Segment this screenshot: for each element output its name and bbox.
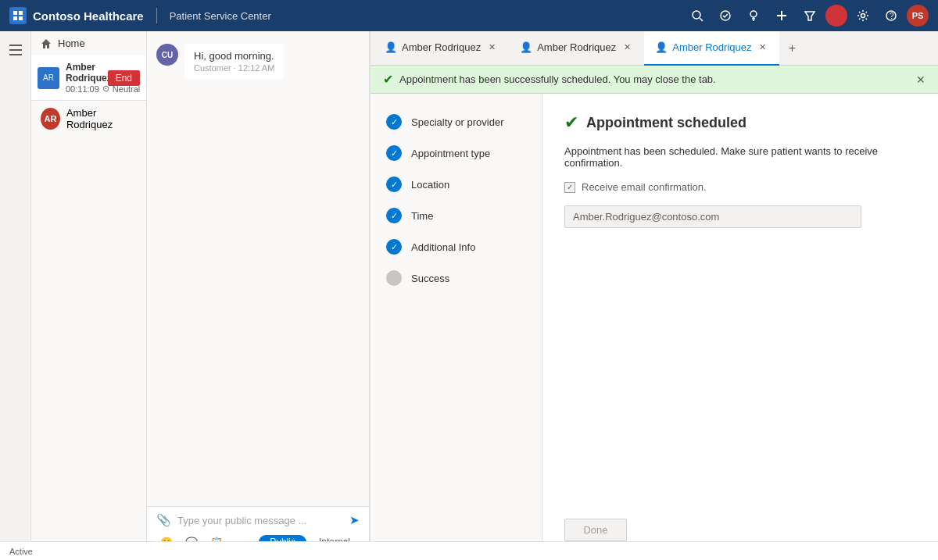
step-6-label: Success — [411, 273, 449, 284]
success-banner-message: Appointment has been successfully schedu… — [399, 73, 716, 85]
wizard-step-6[interactable]: Success — [371, 262, 542, 294]
step-3-label: Location — [411, 179, 449, 191]
step-5-label: Additional Info — [411, 241, 475, 253]
tab-3[interactable]: 👤 Amber Rodriquez ✕ — [644, 31, 779, 66]
nav-panel: Home AR Amber Rodriquez 00:11:09 ⊙ Neutr… — [31, 31, 147, 560]
plus-icon[interactable] — [769, 3, 794, 28]
svg-marker-13 — [805, 12, 814, 20]
email-confirm-label: Receive email confirmation. — [582, 181, 707, 193]
tab-1-icon: 👤 — [385, 41, 397, 53]
wizard-step-1[interactable]: ✓ Specialty or provider — [371, 106, 542, 137]
step-6-dot — [386, 270, 402, 286]
svg-point-4 — [693, 11, 700, 19]
tab-3-icon: 👤 — [655, 41, 668, 53]
step-4-label: Time — [411, 210, 433, 222]
svg-rect-1 — [19, 11, 23, 15]
chat-column: CU Hi, good morning. Customer · 12:12 AM… — [147, 31, 370, 560]
svg-rect-2 — [13, 16, 17, 20]
appointment-title: Appointment scheduled — [586, 115, 746, 131]
chat-input[interactable] — [177, 515, 343, 526]
brand-name: Contoso Healthcare — [33, 9, 144, 23]
chat-messages-area: CU Hi, good morning. Customer · 12:12 AM — [147, 31, 369, 506]
success-banner-icon: ✔ — [383, 72, 393, 87]
lightbulb-icon[interactable] — [741, 3, 766, 28]
svg-point-14 — [861, 14, 865, 18]
topbar-divider — [156, 8, 157, 23]
user-name: Amber Rodriquez — [66, 107, 137, 130]
send-icon[interactable]: ➤ — [349, 513, 360, 527]
tab-1[interactable]: 👤 Amber Rodriquez ✕ — [374, 31, 509, 66]
tab-content: ✓ Specialty or provider ✓ Appointment ty… — [371, 94, 938, 560]
wizard-step-4[interactable]: ✓ Time — [371, 200, 542, 231]
svg-point-7 — [750, 11, 757, 17]
step-5-dot: ✓ — [386, 239, 402, 255]
call-name: Amber Rodriquez — [66, 62, 102, 84]
tab-1-label: Amber Rodriquez — [402, 41, 481, 53]
success-banner-close[interactable]: ✕ — [916, 73, 925, 86]
topbar-subtitle: Patient Service Center — [170, 10, 271, 22]
chat-bubble-meta: Customer · 12:12 AM — [194, 63, 274, 73]
call-meta: 00:11:09 ⊙ Neutral — [66, 84, 102, 94]
filter-icon[interactable] — [797, 3, 822, 28]
attachment-icon[interactable]: 📎 — [156, 513, 171, 527]
email-input[interactable] — [564, 205, 861, 228]
user-nav-item[interactable]: AR Amber Rodriquez — [31, 101, 146, 137]
wizard-steps: ✓ Specialty or provider ✓ Appointment ty… — [371, 94, 542, 560]
svg-rect-18 — [9, 49, 22, 51]
right-panel: 👤 Amber Rodriquez ✕ 👤 Amber Rodriquez ✕ … — [370, 31, 938, 560]
chat-input-row: 📎 ➤ — [156, 513, 360, 527]
tab-2-close[interactable]: ✕ — [621, 41, 633, 54]
end-call-button[interactable]: End — [108, 70, 140, 86]
step-2-dot: ✓ — [386, 145, 402, 161]
nav-home[interactable]: Home — [31, 31, 146, 55]
success-banner: ✔ Appointment has been successfully sche… — [371, 66, 938, 94]
svg-rect-0 — [13, 11, 17, 15]
topbar: Contoso Healthcare Patient Service Cente… — [0, 0, 938, 31]
chat-bubble-text: Hi, good morning. — [194, 50, 274, 62]
svg-rect-17 — [9, 45, 22, 46]
step-3-dot: ✓ — [386, 177, 402, 192]
settings-icon[interactable] — [850, 3, 875, 28]
sidebar — [0, 31, 31, 560]
step-1-label: Specialty or provider — [411, 116, 504, 128]
call-avatar: AR — [38, 67, 59, 89]
topbar-icons: ? PS — [685, 3, 929, 28]
step-4-dot: ✓ — [386, 208, 402, 223]
wizard-step-3[interactable]: ✓ Location — [371, 169, 542, 200]
active-call-item[interactable]: AR Amber Rodriquez 00:11:09 ⊙ Neutral En… — [31, 55, 146, 101]
svg-rect-3 — [19, 16, 23, 20]
notification-badge[interactable] — [825, 5, 847, 27]
email-checkbox[interactable]: ✓ — [564, 182, 575, 193]
tab-bar: 👤 Amber Rodriquez ✕ 👤 Amber Rodriquez ✕ … — [371, 31, 938, 66]
user-avatar-topbar[interactable]: PS — [907, 5, 929, 27]
status-label: Active — [9, 547, 33, 556]
hamburger-icon[interactable] — [3, 37, 28, 62]
tab-3-close[interactable]: ✕ — [756, 41, 768, 54]
step-1-dot: ✓ — [386, 114, 402, 130]
svg-line-5 — [700, 18, 703, 21]
svg-text:?: ? — [890, 12, 894, 20]
tab-1-close[interactable]: ✕ — [485, 41, 498, 54]
search-icon[interactable] — [685, 3, 710, 28]
call-duration: 00:11:09 — [66, 84, 99, 94]
tab-3-label: Amber Rodriquez — [672, 41, 751, 53]
status-bar: Active — [0, 541, 938, 560]
checkbox-check-icon: ✓ — [567, 183, 573, 191]
done-button[interactable]: Done — [564, 519, 627, 541]
main-layout: Home AR Amber Rodriquez 00:11:09 ⊙ Neutr… — [0, 31, 938, 560]
appointment-success-icon: ✔ — [564, 112, 578, 133]
step-2-label: Appointment type — [411, 148, 490, 159]
wizard-step-2[interactable]: ✓ Appointment type — [371, 137, 542, 169]
check-circle-icon[interactable] — [713, 3, 738, 28]
add-tab-button[interactable]: + — [779, 36, 804, 61]
tab-2[interactable]: 👤 Amber Rodriquez ✕ — [509, 31, 644, 66]
wizard-step-5[interactable]: ✓ Additional Info — [371, 231, 542, 262]
tab-2-label: Amber Rodriquez — [537, 41, 616, 53]
help-icon[interactable]: ? — [879, 3, 904, 28]
brand-icon — [9, 7, 27, 24]
nav-home-label: Home — [58, 37, 85, 49]
chat-bubble-avatar-cu: CU — [156, 44, 178, 66]
appointment-description: Appointment has been scheduled. Make sur… — [564, 145, 916, 169]
chat-bubble-content: Hi, good morning. Customer · 12:12 AM — [184, 44, 284, 79]
tab-2-icon: 👤 — [520, 41, 532, 53]
